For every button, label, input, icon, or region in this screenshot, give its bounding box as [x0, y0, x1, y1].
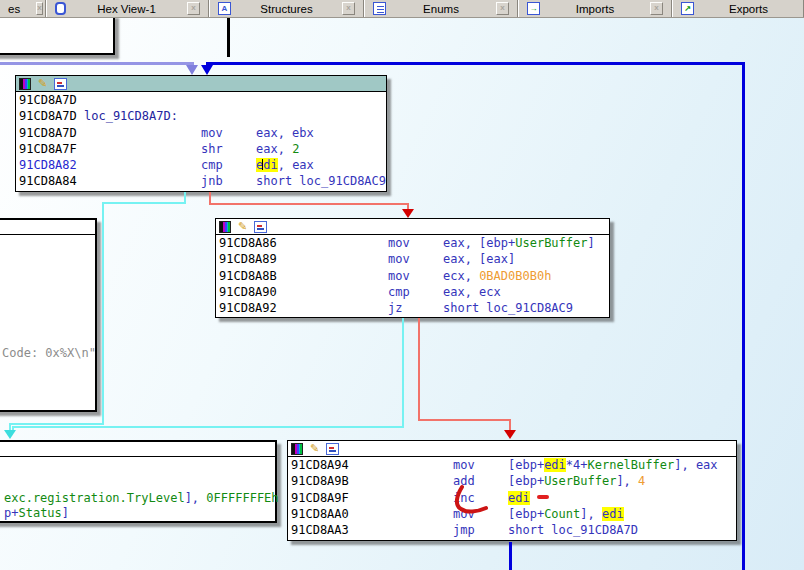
asm-address: 91CD8A7D [19, 108, 77, 124]
asm-row[interactable]: 91CD8A7D [16, 92, 386, 108]
tab-exports[interactable]: ↗ Exports [672, 0, 804, 17]
graph-node-partial-exc[interactable]: exc.registration.TryLevel], 0FFFFFFFEh p… [0, 440, 277, 523]
asm-token: edi [544, 458, 566, 472]
asm-row[interactable]: 91CD8A9Badd[ebp+UserBuffer], 4 [288, 473, 736, 489]
asm-row[interactable]: 91CD8A86moveax, [ebp+UserBuffer] [216, 235, 609, 251]
asm-operands: short loc_91CD8AC9 [443, 300, 573, 316]
asm-operands: [ebp+UserBuffer], 4 [508, 473, 645, 489]
asm-row[interactable]: exc.registration.TryLevel], 0FFFFFFFEh [4, 491, 279, 505]
close-icon[interactable]: x [187, 2, 200, 15]
structures-icon: A [218, 2, 231, 15]
asm-row[interactable]: 91CD8A84jnbshort loc_91CD8AC9 [16, 173, 386, 189]
asm-address: 91CD8A82 [19, 157, 77, 173]
asm-address: 91CD8A9B [291, 473, 349, 489]
asm-row[interactable]: 91CD8A7Fshreax, 2 [16, 141, 386, 157]
asm-token: edi [508, 491, 530, 505]
asm-row[interactable]: 91CD8A94mov[ebp+edi*4+KernelBuffer], eax [288, 457, 736, 473]
asm-address: 91CD8AA0 [291, 506, 349, 522]
asm-code[interactable]: 91CD8A7D91CD8A7Dloc_91CD8A7D:91CD8A7Dmov… [16, 92, 386, 190]
asm-mnemonic: mov [388, 268, 410, 284]
node-color-icon[interactable] [19, 78, 31, 90]
asm-row[interactable]: 91CD8A92jzshort loc_91CD8AC9 [216, 300, 609, 316]
edit-comment-icon[interactable]: ✎ [36, 77, 49, 90]
node-title-bar[interactable]: ✎ [16, 76, 386, 92]
asm-code[interactable]: 91CD8A86moveax, [ebp+UserBuffer]91CD8A89… [216, 235, 609, 316]
asm-token: di [263, 158, 277, 172]
asm-operands: edi [508, 490, 549, 506]
node-title-bar[interactable]: ✎ [216, 219, 609, 235]
asm-operands: eax, [eax] [443, 251, 515, 267]
asm-token: [ebp+ [508, 474, 544, 488]
tab-label: es [8, 3, 20, 15]
node-color-icon[interactable] [219, 221, 231, 233]
asm-operands: short loc_91CD8A7D [508, 522, 638, 538]
tab-structures[interactable]: A Structures x [209, 0, 364, 17]
tab-partial[interactable]: es x [0, 0, 46, 17]
graph-node-partial-top[interactable] [0, 14, 115, 55]
graph-node-partial-string[interactable]: Code: 0x%X\n" [0, 218, 97, 412]
asm-token: UserBuffer [544, 474, 616, 488]
asm-address: 91CD8A89 [219, 251, 277, 267]
asm-token: eax, ecx [443, 285, 501, 299]
asm-token: ], [580, 507, 602, 521]
close-icon[interactable]: x [650, 2, 663, 15]
asm-token: ], eax [674, 458, 717, 472]
node-info-icon[interactable] [254, 221, 267, 233]
asm-token: short loc_91CD8AC9 [443, 301, 573, 315]
tab-hex-view[interactable]: Hex View-1 x [46, 0, 209, 17]
asm-row[interactable]: 91CD8A8Bmovecx, 0BAD0B0B0h [216, 268, 609, 284]
enums-icon [373, 2, 386, 15]
asm-row[interactable]: 91CD8AA0mov[ebp+Count], edi [288, 506, 736, 522]
asm-row[interactable]: 91CD8A90cmpeax, ecx [216, 284, 609, 300]
asm-row[interactable]: 91CD8A89moveax, [eax] [216, 251, 609, 267]
partial-node-border [227, 18, 230, 57]
tab-label: Exports [729, 3, 768, 15]
asm-row[interactable]: 91CD8A82cmpedi, eax [16, 157, 386, 173]
asm-row[interactable]: 91CD8A7Dmoveax, ebx [16, 125, 386, 141]
asm-mnemonic: shr [201, 141, 223, 157]
node-info-icon[interactable] [54, 78, 67, 90]
asm-operands: eax, ecx [443, 284, 501, 300]
asm-row[interactable]: 91CD8A9Fincedi [288, 490, 736, 506]
node-info-icon[interactable] [326, 443, 339, 455]
asm-operands: ecx, 0BAD0B0B0h [443, 268, 551, 284]
asm-token: ], [185, 491, 207, 505]
close-icon[interactable]: x [36, 2, 42, 15]
asm-mnemonic: jnb [201, 173, 223, 189]
asm-row[interactable]: 91CD8AA3jmpshort loc_91CD8A7D [288, 522, 736, 538]
asm-mnemonic: mov [453, 506, 475, 522]
asm-address: 91CD8AA3 [291, 522, 349, 538]
node-title-bar [0, 442, 275, 457]
asm-token: 0FFFFFFFEh [206, 491, 278, 505]
asm-address: 91CD8A94 [291, 457, 349, 473]
asm-row[interactable]: p+Status] [4, 506, 69, 520]
asm-token: short loc_91CD8A7D [508, 523, 638, 537]
graph-node-loc_91CD8A7D[interactable]: ✎ 91CD8A7D91CD8A7Dloc_91CD8A7D:91CD8A7Dm… [15, 75, 387, 192]
asm-mnemonic: jmp [453, 522, 475, 538]
node-color-icon[interactable] [291, 443, 303, 455]
asm-operands: eax, 2 [256, 141, 299, 157]
asm-token: ecx, [443, 269, 479, 283]
asm-token: ] [588, 236, 595, 250]
asm-token: edi [602, 507, 624, 521]
string-literal: Code: 0x%X\n" [2, 346, 96, 360]
asm-code[interactable]: 91CD8A94mov[ebp+edi*4+KernelBuffer], eax… [288, 457, 736, 538]
asm-mnemonic: mov [453, 457, 475, 473]
asm-row[interactable]: 91CD8A7Dloc_91CD8A7D: [16, 108, 386, 124]
tab-enums[interactable]: Enums x [364, 0, 518, 17]
tab-label: Structures [260, 3, 312, 15]
edit-comment-icon[interactable]: ✎ [308, 442, 321, 455]
asm-token: [ebp+ [508, 507, 544, 521]
tab-imports[interactable]: → Imports x [518, 0, 672, 17]
graph-node-91CD8A86[interactable]: ✎ 91CD8A86moveax, [ebp+UserBuffer]91CD8A… [215, 218, 610, 318]
close-icon[interactable]: x [496, 2, 509, 15]
asm-mnemonic: inc [453, 490, 475, 506]
graph-node-91CD8A94[interactable]: ✎ 91CD8A94mov[ebp+edi*4+KernelBuffer], e… [287, 440, 737, 541]
close-icon[interactable]: x [342, 2, 355, 15]
node-title-bar[interactable]: ✎ [288, 441, 736, 457]
red-dash-mark [537, 495, 549, 499]
asm-address: 91CD8A7F [19, 141, 77, 157]
asm-address: 91CD8A7D [19, 92, 77, 108]
edit-comment-icon[interactable]: ✎ [236, 220, 249, 233]
asm-address: 91CD8A86 [219, 235, 277, 251]
